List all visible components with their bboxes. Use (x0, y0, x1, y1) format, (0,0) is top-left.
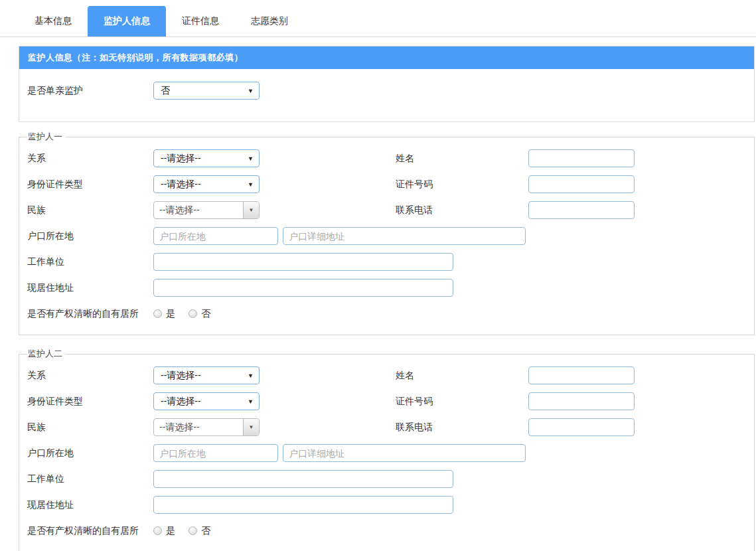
g2-hukou-location-input[interactable] (153, 444, 278, 462)
g2-idtype-row: 身份证件类型 --请选择-- ▼ 证件号码 (27, 392, 754, 410)
g1-idtype-row: 身份证件类型 --请选择-- ▼ 证件号码 (27, 175, 754, 193)
g1-residence-radios: 是 否 (153, 308, 224, 320)
g1-idtype-label: 身份证件类型 (27, 179, 153, 191)
g2-idtype-select[interactable]: --请选择-- ▼ (153, 392, 260, 410)
g1-workunit-row: 工作单位 (27, 253, 754, 271)
tab-bar: 基本信息 监护人信息 证件信息 志愿类别 (0, 0, 756, 37)
g2-relation-label: 关系 (27, 370, 153, 382)
g1-hukou-label: 户口所在地 (27, 230, 153, 242)
combobox-arrow-button[interactable]: ▼ (243, 202, 259, 218)
g1-residence-no-radio[interactable] (189, 309, 197, 318)
g2-ethnicity-combobox-value: --请选择-- (154, 419, 243, 435)
g1-relation-row: 关系 --请选择-- ▼ 姓名 (27, 149, 754, 167)
g1-hukou-row: 户口所在地 (27, 227, 754, 245)
g1-address-input[interactable] (153, 279, 453, 297)
g1-ethnicity-combobox[interactable]: --请选择-- ▼ (153, 201, 260, 219)
chevron-down-icon: ▼ (248, 155, 254, 161)
g2-residence-yes-radio[interactable] (153, 526, 162, 535)
g2-idtype-select-value: --请选择-- (161, 396, 201, 408)
g1-phone-input[interactable] (528, 201, 635, 219)
g1-name-label: 姓名 (396, 153, 528, 165)
g1-hukou-detail-input[interactable] (283, 227, 526, 245)
g2-ethnicity-row: 民族 --请选择-- ▼ 联系电话 (27, 418, 754, 436)
single-parent-select[interactable]: 否 ▼ (153, 82, 260, 100)
guardian-info-panel: 监护人信息（注：如无特别说明，所有数据项都必填） 是否单亲监护 否 ▼ (19, 46, 755, 122)
g1-idtype-select-value: --请选择-- (161, 179, 201, 191)
tab-certificate-info[interactable]: 证件信息 (166, 6, 235, 37)
tab-label: 基本信息 (35, 15, 72, 27)
g2-idtype-label: 身份证件类型 (27, 396, 153, 408)
chevron-down-icon: ▼ (248, 88, 254, 94)
g2-hukou-row: 户口所在地 (27, 444, 754, 462)
guardian1-fieldset: 监护人一 关系 --请选择-- ▼ 姓名 身份证件类型 --请选择-- ▼ 证件… (19, 131, 755, 335)
g2-workunit-row: 工作单位 (27, 470, 754, 488)
g2-relation-select[interactable]: --请选择-- ▼ (153, 366, 260, 384)
single-parent-label: 是否单亲监护 (27, 85, 153, 97)
g1-residence-no-label: 否 (201, 308, 210, 320)
g1-relation-label: 关系 (27, 153, 153, 165)
g1-residence-yes-radio[interactable] (153, 309, 162, 318)
g2-phone-input[interactable] (528, 418, 635, 436)
g2-name-label: 姓名 (396, 370, 528, 382)
tab-label: 证件信息 (182, 15, 219, 27)
tab-guardian-info[interactable]: 监护人信息 (88, 6, 166, 37)
g1-address-row: 现居住地址 (27, 279, 754, 297)
g2-relation-select-value: --请选择-- (161, 370, 201, 382)
g1-workunit-label: 工作单位 (27, 256, 153, 268)
chevron-down-icon: ▼ (248, 398, 254, 404)
g2-workunit-label: 工作单位 (27, 473, 153, 485)
combobox-arrow-button[interactable]: ▼ (243, 419, 259, 435)
tab-label: 志愿类别 (251, 15, 288, 27)
guardian2-fieldset: 监护人二 关系 --请选择-- ▼ 姓名 身份证件类型 --请选择-- ▼ 证件… (19, 348, 755, 551)
g2-address-row: 现居住地址 (27, 496, 754, 514)
tab-basic-info[interactable]: 基本信息 (19, 6, 88, 37)
g2-phone-label: 联系电话 (396, 422, 528, 433)
g2-address-input[interactable] (153, 496, 453, 514)
tab-label: 监护人信息 (104, 15, 150, 27)
g1-ethnicity-row: 民族 --请选择-- ▼ 联系电话 (27, 201, 754, 219)
g1-residence-label: 是否有产权清晰的自有居所 (27, 308, 153, 320)
g2-idnumber-input[interactable] (528, 392, 635, 410)
g2-hukou-label: 户口所在地 (27, 447, 153, 459)
chevron-down-icon: ▼ (248, 372, 254, 378)
g1-idnumber-input[interactable] (528, 175, 635, 193)
g2-hukou-detail-input[interactable] (283, 444, 526, 462)
g2-residence-row: 是否有产权清晰的自有居所 是 否 (27, 522, 754, 540)
panel-body: 是否单亲监护 否 ▼ (19, 69, 754, 121)
g2-residence-label: 是否有产权清晰的自有居所 (27, 525, 153, 537)
g1-name-input[interactable] (528, 149, 635, 167)
g1-relation-select-value: --请选择-- (161, 153, 201, 165)
g1-ethnicity-label: 民族 (27, 204, 153, 216)
g2-address-label: 现居住地址 (27, 499, 153, 511)
g2-relation-row: 关系 --请选择-- ▼ 姓名 (27, 366, 754, 384)
g2-residence-no-label: 否 (201, 525, 210, 537)
single-parent-select-value: 否 (161, 85, 170, 97)
g2-workunit-input[interactable] (153, 470, 453, 488)
g1-address-label: 现居住地址 (27, 282, 153, 294)
g2-ethnicity-combobox[interactable]: --请选择-- ▼ (153, 418, 260, 436)
single-parent-row: 是否单亲监护 否 ▼ (27, 82, 754, 100)
g1-idtype-select[interactable]: --请选择-- ▼ (153, 175, 260, 193)
g1-hukou-location-input[interactable] (153, 227, 278, 245)
g1-phone-label: 联系电话 (396, 204, 528, 216)
g1-residence-yes-label: 是 (166, 308, 175, 320)
g2-residence-radios: 是 否 (153, 525, 224, 537)
g2-residence-yes-label: 是 (166, 525, 175, 537)
g1-ethnicity-combobox-value: --请选择-- (154, 202, 243, 218)
g2-name-input[interactable] (528, 366, 635, 384)
g2-ethnicity-label: 民族 (27, 422, 153, 433)
g1-idnumber-label: 证件号码 (396, 179, 528, 191)
g1-workunit-input[interactable] (153, 253, 453, 271)
g2-residence-no-radio[interactable] (189, 526, 197, 535)
g1-residence-row: 是否有产权清晰的自有居所 是 否 (27, 305, 754, 323)
guardian1-legend: 监护人一 (27, 131, 66, 143)
panel-title: 监护人信息（注：如无特别说明，所有数据项都必填） (19, 46, 754, 69)
chevron-down-icon: ▼ (248, 181, 254, 187)
tab-volunteer-category[interactable]: 志愿类别 (235, 6, 304, 37)
g1-relation-select[interactable]: --请选择-- ▼ (153, 149, 260, 167)
guardian2-legend: 监护人二 (27, 348, 66, 360)
g2-idnumber-label: 证件号码 (396, 396, 528, 408)
